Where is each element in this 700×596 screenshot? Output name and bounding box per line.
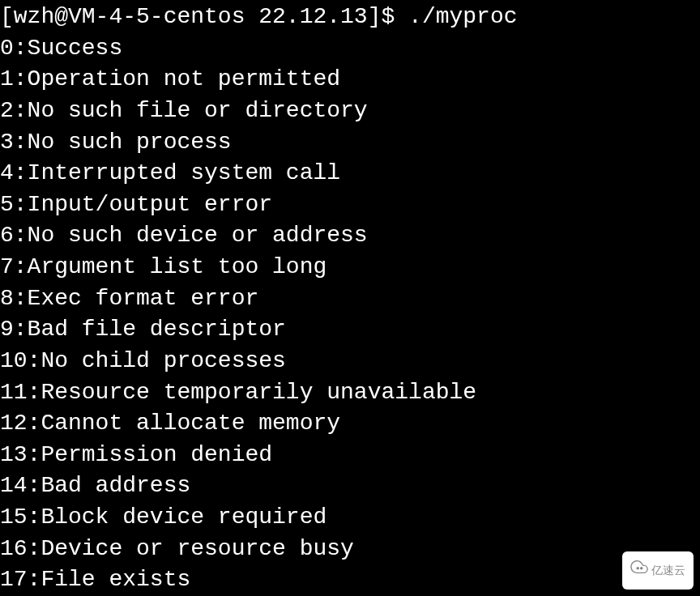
cloud-icon	[630, 555, 648, 586]
output-line: 10:No child processes	[0, 346, 700, 377]
output-line: 5:Input/output error	[0, 189, 700, 221]
output-line: 16:Device or resource busy	[0, 534, 700, 565]
command-prompt: [wzh@VM-4-5-centos 22.12.13]$ ./myproc	[0, 2, 700, 33]
terminal-window[interactable]: [wzh@VM-4-5-centos 22.12.13]$ ./myproc 0…	[0, 0, 700, 596]
output-line: 8:Exec format error	[0, 283, 700, 315]
output-line: 3:No such process	[0, 127, 700, 159]
watermark-badge: 亿速云	[622, 551, 694, 590]
output-line: 1:Operation not permitted	[0, 64, 700, 96]
output-line: 15:Block device required	[0, 502, 700, 534]
output-line: 11:Resource temporarily unavailable	[0, 377, 700, 409]
output-line: 13:Permission denied	[0, 440, 700, 471]
svg-point-1	[641, 568, 642, 569]
output-line: 4:Interrupted system call	[0, 158, 700, 189]
output-line: 9:Bad file descriptor	[0, 314, 700, 346]
output-line: 14:Bad address	[0, 470, 700, 502]
output-line: 6:No such device or address	[0, 220, 700, 252]
output-line: 7:Argument list too long	[0, 252, 700, 283]
output-line: 12:Cannot allocate memory	[0, 408, 700, 440]
svg-point-0	[637, 568, 638, 569]
output-line: 0:Success	[0, 33, 700, 65]
watermark-text: 亿速云	[651, 563, 685, 578]
output-line: 2:No such file or directory	[0, 96, 700, 127]
output-line: 17:File exists	[0, 564, 700, 596]
